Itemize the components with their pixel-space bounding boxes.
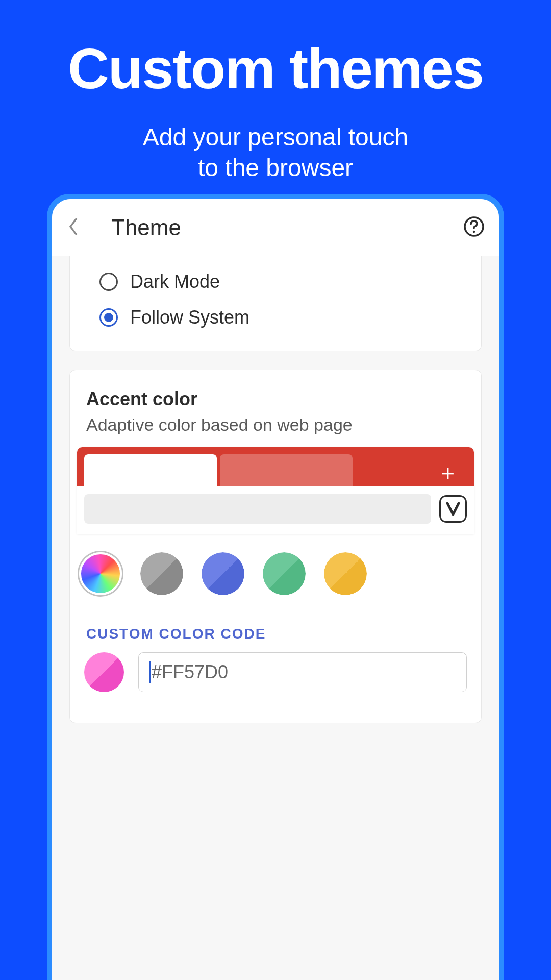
swatch-green[interactable]	[263, 552, 306, 595]
vivaldi-icon	[439, 495, 467, 523]
device-frame: Theme Dark Mode Follow System	[47, 194, 504, 980]
help-icon[interactable]	[463, 216, 485, 239]
back-icon[interactable]	[66, 216, 81, 239]
preview-tabbar: +	[77, 447, 474, 486]
radio-icon	[99, 273, 118, 291]
hero-subtitle: Add your personal touch to the browser	[0, 122, 551, 183]
color-swatches	[70, 534, 481, 595]
custom-color-preview[interactable]	[84, 652, 124, 692]
accent-color-card: Accent color Adaptive color based on web…	[69, 370, 482, 723]
theme-mode-card: Dark Mode Follow System	[69, 256, 482, 351]
accent-subtitle: Adaptive color based on web page	[70, 410, 481, 447]
radio-label: Follow System	[130, 307, 249, 328]
accent-preview: +	[77, 447, 474, 534]
page-header: Theme	[52, 199, 499, 256]
plus-icon: +	[441, 461, 455, 485]
swatch-blue[interactable]	[202, 552, 244, 595]
swatch-grey[interactable]	[140, 552, 183, 595]
custom-color-value: #FF57D0	[152, 662, 228, 683]
custom-color-row: #FF57D0	[70, 648, 481, 692]
preview-urlbar	[77, 486, 474, 534]
preview-url-input	[84, 494, 431, 524]
screen: Theme Dark Mode Follow System	[52, 199, 499, 980]
radio-dark-mode[interactable]: Dark Mode	[84, 264, 467, 300]
swatch-yellow[interactable]	[324, 552, 367, 595]
text-cursor	[149, 661, 151, 683]
header-title: Theme	[111, 215, 463, 240]
radio-icon-checked	[99, 308, 118, 327]
radio-follow-system[interactable]: Follow System	[84, 300, 467, 335]
custom-color-input[interactable]: #FF57D0	[138, 652, 467, 692]
preview-tab-inactive	[220, 454, 353, 486]
custom-color-label: CUSTOM COLOR CODE	[70, 595, 481, 648]
radio-label: Dark Mode	[130, 271, 220, 292]
preview-tab-active	[84, 454, 217, 486]
swatch-adaptive[interactable]	[79, 552, 122, 595]
accent-title: Accent color	[70, 388, 481, 410]
hero-title: Custom themes	[0, 36, 551, 102]
svg-point-1	[473, 230, 475, 232]
